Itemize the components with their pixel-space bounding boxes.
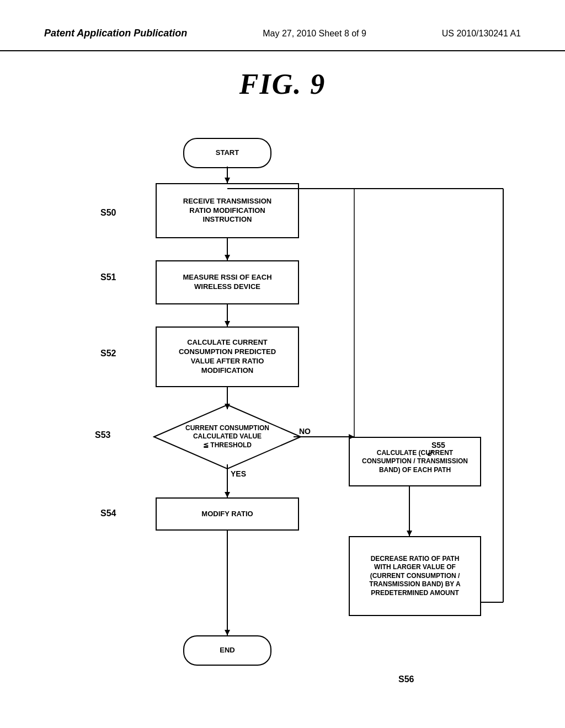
- step-s54-box: MODIFY RATIO: [156, 497, 299, 531]
- step-s53-container: CURRENT CONSUMPTION CALCULATED VALUE ≦ T…: [153, 404, 302, 470]
- flowchart: YES NO S55 ↙ S56 START S50 RECEIVE TRANS…: [56, 122, 509, 702]
- step-s53-label: S53: [95, 430, 110, 440]
- step-s52-text: CALCULATE CURRENT CONSUMPTION PREDICTED …: [179, 338, 276, 376]
- page: Patent Application Publication May 27, 2…: [0, 0, 565, 728]
- figure-area: FIG. 9: [0, 51, 565, 724]
- step-s56-box: DECREASE RATIO OF PATH WITH LARGER VALUE…: [349, 536, 481, 616]
- header-date-sheet: May 27, 2010 Sheet 8 of 9: [263, 29, 366, 39]
- figure-title: FIG. 9: [239, 68, 326, 100]
- step-s55-box: CALCULATE (CURRENT CONSUMPTION / TRANSMI…: [349, 437, 481, 486]
- step-s51-label: S51: [100, 272, 116, 282]
- svg-marker-5: [225, 321, 230, 326]
- step-s52-label: S52: [100, 349, 116, 358]
- svg-marker-11: [225, 630, 230, 635]
- svg-marker-15: [407, 531, 412, 536]
- start-shape: START: [183, 138, 271, 168]
- start-label: START: [216, 148, 239, 158]
- svg-marker-1: [225, 178, 230, 183]
- step-s53-diamond-wrapper: CURRENT CONSUMPTION CALCULATED VALUE ≦ T…: [153, 404, 302, 470]
- step-s51-box: MEASURE RSSI OF EACH WIRELESS DEVICE: [156, 260, 299, 304]
- header-patent-number: US 2010/130241 A1: [442, 29, 521, 39]
- step-s54-label: S54: [100, 508, 116, 518]
- step-s50-box: RECEIVE TRANSMISSION RATIO MODIFICATION …: [156, 183, 299, 238]
- svg-marker-9: [225, 492, 230, 497]
- end-shape: END: [183, 635, 271, 666]
- header-publication-label: Patent Application Publication: [44, 28, 187, 39]
- end-label: END: [220, 646, 234, 655]
- step-s53-text: CURRENT CONSUMPTION CALCULATED VALUE ≦ T…: [153, 404, 302, 470]
- svg-marker-3: [225, 255, 230, 260]
- step-s52-box: CALCULATE CURRENT CONSUMPTION PREDICTED …: [156, 326, 299, 387]
- step-s54-text: MODIFY RATIO: [201, 510, 253, 519]
- step-s56-text: DECREASE RATIO OF PATH WITH LARGER VALUE…: [369, 555, 460, 598]
- svg-text:S56: S56: [398, 675, 414, 684]
- step-s51-text: MEASURE RSSI OF EACH WIRELESS DEVICE: [183, 273, 271, 292]
- svg-text:YES: YES: [231, 469, 246, 478]
- page-header: Patent Application Publication May 27, 2…: [0, 0, 565, 51]
- step-s50-label: S50: [100, 208, 116, 218]
- step-s50-text: RECEIVE TRANSMISSION RATIO MODIFICATION …: [183, 197, 271, 225]
- step-s55-text: CALCULATE (CURRENT CONSUMPTION / TRANSMI…: [362, 449, 468, 475]
